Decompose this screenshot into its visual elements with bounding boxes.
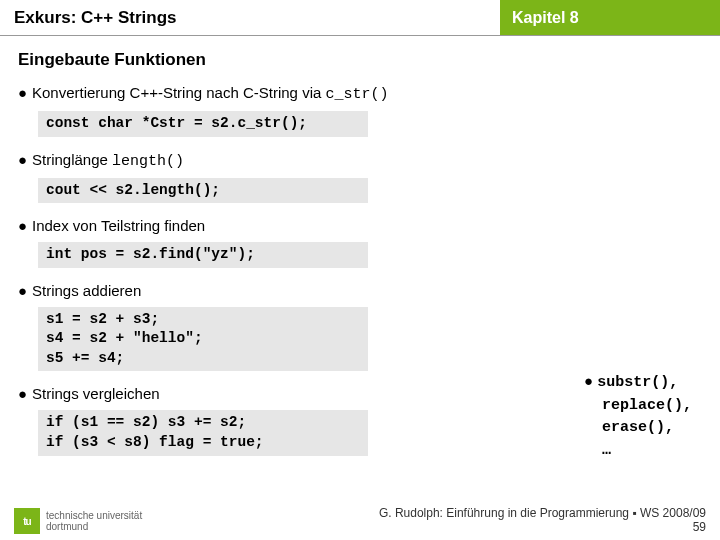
bullet-1: ●Konvertierung C++-String nach C-String … [18,84,702,103]
bullet-dot: ● [18,282,32,299]
bullet-dot: ● [18,217,32,234]
bullet-dot: ● [18,385,32,402]
bullet-dot: ● [18,151,32,168]
bullet-3: ●Index von Teilstring finden [18,217,702,234]
bullet-1-text: Konvertierung C++-String nach C-String v… [32,84,325,101]
header: Exkurs: C++ Strings Kapitel 8 [0,0,720,36]
bullet-1-inline-code: c_str() [325,86,388,103]
header-left-title: Exkurs: C++ Strings [0,0,500,35]
bullet-2-text: Stringlänge [32,151,112,168]
footer: tu technische universität dortmund G. Ru… [14,506,706,534]
logo-wrap: tu technische universität dortmund [14,508,142,534]
side-line-4: … [602,442,611,459]
codebox-1: const char *Cstr = s2.c_str(); [38,111,368,137]
page-number: 59 [693,520,706,534]
bullet-dot: ● [584,372,597,389]
bullet-3-text: Index von Teilstring finden [32,217,205,234]
bullet-4-text: Strings addieren [32,282,141,299]
codebox-3: int pos = s2.find("yz"); [38,242,368,268]
side-line-3: erase(), [602,419,674,436]
codebox-5: if (s1 == s2) s3 += s2; if (s3 < s8) fla… [38,410,368,455]
uni-line-1: technische universität [46,510,142,521]
credit-line: G. Rudolph: Einführung in die Programmie… [379,506,706,520]
bullet-2-inline-code: length() [112,153,184,170]
bullet-5-text: Strings vergleichen [32,385,160,402]
codebox-4: s1 = s2 + s3; s4 = s2 + "hello"; s5 += s… [38,307,368,372]
university-name: technische universität dortmund [46,510,142,532]
side-methods-list: ● substr(), replace(), erase(), … [584,370,692,462]
bullet-2: ●Stringlänge length() [18,151,702,170]
bullet-dot: ● [18,84,32,101]
section-title: Eingebaute Funktionen [18,50,702,70]
uni-line-2: dortmund [46,521,88,532]
tu-logo-icon: tu [14,508,40,534]
side-line-2: replace(), [602,397,692,414]
bullet-4: ●Strings addieren [18,282,702,299]
footer-right: G. Rudolph: Einführung in die Programmie… [379,506,706,534]
codebox-2: cout << s2.length(); [38,178,368,204]
header-chapter: Kapitel 8 [500,0,720,35]
side-line-1: substr(), [597,374,678,391]
